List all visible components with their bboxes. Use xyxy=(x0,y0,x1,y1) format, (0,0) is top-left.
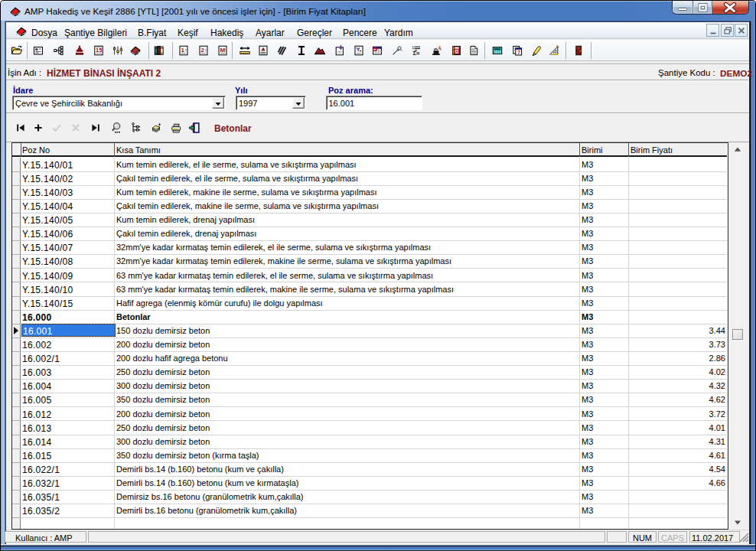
svg-text:7: 7 xyxy=(517,50,520,55)
svg-text:2: 2 xyxy=(200,47,204,54)
svg-text:1: 1 xyxy=(181,47,185,54)
svg-text:Y: Y xyxy=(356,46,360,53)
svg-text:M: M xyxy=(220,47,226,54)
svg-text:Σ=: Σ= xyxy=(412,50,420,57)
svg-text:H: H xyxy=(455,49,458,54)
